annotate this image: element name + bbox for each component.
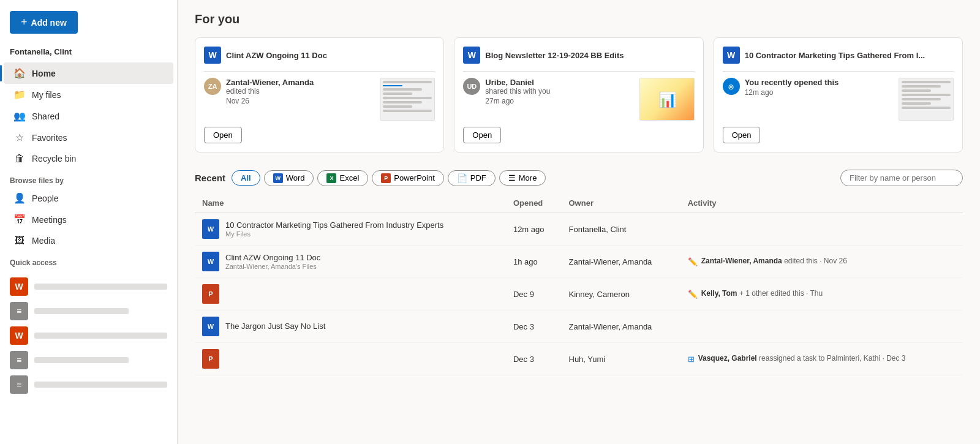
plus-icon: + xyxy=(21,16,28,29)
card-3[interactable]: W 10 Contractor Marketing Tips Gathered … xyxy=(714,37,963,152)
col-name: Name xyxy=(195,194,506,213)
file-owner-2: Zantal-Wiener, Amanda xyxy=(562,246,680,278)
card2-title: Blog Newsletter 12-19-2024 BB Edits xyxy=(485,51,624,60)
ppt-file-icon-2: P xyxy=(202,349,219,369)
filter-tab-all[interactable]: All xyxy=(232,170,260,186)
folder-icon: 📁 xyxy=(13,89,26,100)
trash-icon: 🗑 xyxy=(13,153,26,164)
quick-access-item-1[interactable]: W xyxy=(10,274,167,299)
table-row[interactable]: W The Jargon Just Say No List Dec 3 Zant… xyxy=(195,310,963,343)
main-content: For you W Clint AZW Ongoing 11 Doc ZA Za… xyxy=(178,0,980,444)
filter-tab-excel[interactable]: X Excel xyxy=(317,170,368,186)
quick-access-item-5[interactable]: ≡ xyxy=(10,372,167,397)
card3-title: 10 Contractor Marketing Tips Gathered Fr… xyxy=(745,51,925,60)
quick-access-label: Quick access xyxy=(0,251,177,269)
quick-access-item-3[interactable]: W xyxy=(10,323,167,348)
file-sub-2: Zantal-Wiener, Amanda's Files xyxy=(225,263,320,270)
card-2[interactable]: W Blog Newsletter 12-19-2024 BB Edits UD… xyxy=(454,37,703,152)
filter-tab-more[interactable]: ☰ More xyxy=(499,170,546,186)
sidebar-item-shared[interactable]: 👥 Shared xyxy=(4,105,173,127)
filter-tab-pdf[interactable]: 📄 PDF xyxy=(448,170,496,186)
shared-icon: 👥 xyxy=(13,110,26,122)
file-owner-5: Huh, Yumi xyxy=(562,343,680,375)
word-tab-icon: W xyxy=(273,173,283,183)
sidebar: + Add new Fontanella, Clint 🏠 Home 📁 My … xyxy=(0,0,178,444)
file-opened-2: 1h ago xyxy=(506,246,562,278)
card1-title: Clint AZW Ongoing 11 Doc xyxy=(226,51,327,60)
file-name-cell-1: W 10 Contractor Marketing Tips Gathered … xyxy=(202,219,499,239)
filter-search-input[interactable] xyxy=(840,170,963,186)
sidebar-item-recycle-bin[interactable]: 🗑 Recycle bin xyxy=(4,148,173,169)
card3-meta: You recently opened this 12m ago xyxy=(745,78,892,97)
card-1[interactable]: W Clint AZW Ongoing 11 Doc ZA Zantal-Wie… xyxy=(195,37,444,152)
sidebar-item-media[interactable]: 🖼 Media xyxy=(4,230,173,251)
file-opened-5: Dec 3 xyxy=(506,343,562,375)
table-row[interactable]: W Clint AZW Ongoing 11 Doc Zantal-Wiener… xyxy=(195,246,963,278)
file-activity-3: ✏️ Kelly, Tom + 1 other edited this · Th… xyxy=(680,278,963,310)
sidebar-item-my-files[interactable]: 📁 My files xyxy=(4,84,173,105)
qa-icon-2: ≡ xyxy=(10,302,28,320)
qa-icon-5: ≡ xyxy=(10,375,28,394)
card1-open-button[interactable]: Open xyxy=(204,127,242,143)
card1-avatar: ZA xyxy=(204,78,221,95)
file-owner-4: Zantal-Wiener, Amanda xyxy=(562,310,680,343)
media-icon: 🖼 xyxy=(13,235,26,246)
calendar-icon: 📅 xyxy=(13,214,26,225)
for-you-cards: W Clint AZW Ongoing 11 Doc ZA Zantal-Wie… xyxy=(195,37,963,152)
file-name-cell-4: W The Jargon Just Say No List xyxy=(202,317,499,336)
more-tab-icon: ☰ xyxy=(508,173,516,182)
file-opened-3: Dec 9 xyxy=(506,278,562,310)
files-table: Name Opened Owner Activity W 10 Contract… xyxy=(195,194,963,375)
col-activity: Activity xyxy=(680,194,963,213)
sidebar-item-people[interactable]: 👤 People xyxy=(4,187,173,209)
table-row[interactable]: P Dec 9 Kinney, Cameron ✏️ Kelly, Tom xyxy=(195,278,963,310)
quick-access-item-2[interactable]: ≡ xyxy=(10,299,167,323)
excel-tab-icon: X xyxy=(326,173,336,183)
file-name-cell-5: P xyxy=(202,349,499,369)
file-name-cell-3: P xyxy=(202,284,499,304)
qa-bar-3 xyxy=(34,333,167,339)
list-icon-1: ⊞ xyxy=(688,355,695,364)
sidebar-item-home[interactable]: 🏠 Home xyxy=(4,62,173,84)
qa-bar-2 xyxy=(34,308,129,314)
qa-bar-4 xyxy=(34,357,129,363)
file-activity-5: ⊞ Vasquez, Gabriel reassigned a task to … xyxy=(680,343,963,375)
word-icon-card3: W xyxy=(723,47,740,64)
file-activity-4 xyxy=(680,310,963,343)
pencil-icon-1: ✏️ xyxy=(688,257,698,266)
pencil-icon-2: ✏️ xyxy=(688,290,698,299)
card3-avatar: ◎ xyxy=(723,78,740,95)
card2-open-button[interactable]: Open xyxy=(463,127,501,143)
recent-label: Recent xyxy=(195,173,225,183)
pdf-tab-icon: 📄 xyxy=(457,173,467,183)
card3-thumbnail xyxy=(899,78,954,121)
browse-files-label: Browse files by xyxy=(0,169,177,187)
filter-tabs: All W Word X Excel P PowerPoint 📄 PDF ☰ … xyxy=(232,170,546,186)
add-new-button[interactable]: + Add new xyxy=(10,11,78,34)
quick-access-item-4[interactable]: ≡ xyxy=(10,348,167,372)
sidebar-item-favorites[interactable]: ☆ Favorites xyxy=(4,127,173,148)
card3-open-button[interactable]: Open xyxy=(723,127,761,143)
file-sub-1: My Files xyxy=(225,230,443,238)
person-icon: 👤 xyxy=(13,192,26,204)
nav-list: 🏠 Home 📁 My files 👥 Shared ☆ Favorites 🗑… xyxy=(0,62,177,169)
qa-bar-1 xyxy=(34,284,167,290)
ppt-file-icon-1: P xyxy=(202,284,219,304)
user-name: Fontanella, Clint xyxy=(0,43,177,62)
sidebar-item-meetings[interactable]: 📅 Meetings xyxy=(4,209,173,230)
table-row[interactable]: P Dec 3 Huh, Yumi ⊞ Vasquez, Gabriel xyxy=(195,343,963,375)
filter-tab-word[interactable]: W Word xyxy=(264,170,314,186)
word-icon-card2: W xyxy=(463,47,480,64)
qa-icon-1: W xyxy=(10,277,28,296)
word-icon-card1: W xyxy=(204,47,221,64)
filter-tab-powerpoint[interactable]: P PowerPoint xyxy=(372,170,443,186)
table-row[interactable]: W 10 Contractor Marketing Tips Gathered … xyxy=(195,213,963,246)
home-icon: 🏠 xyxy=(13,67,26,79)
card2-meta: Uribe, Daniel shared this with you 27m a… xyxy=(485,78,633,105)
qa-icon-4: ≡ xyxy=(10,351,28,369)
star-icon: ☆ xyxy=(13,132,26,143)
page-title: For you xyxy=(195,12,963,26)
file-activity-2: ✏️ Zantal-Wiener, Amanda edited this · N… xyxy=(680,246,963,278)
file-opened-1: 12m ago xyxy=(506,213,562,246)
col-owner: Owner xyxy=(562,194,680,213)
